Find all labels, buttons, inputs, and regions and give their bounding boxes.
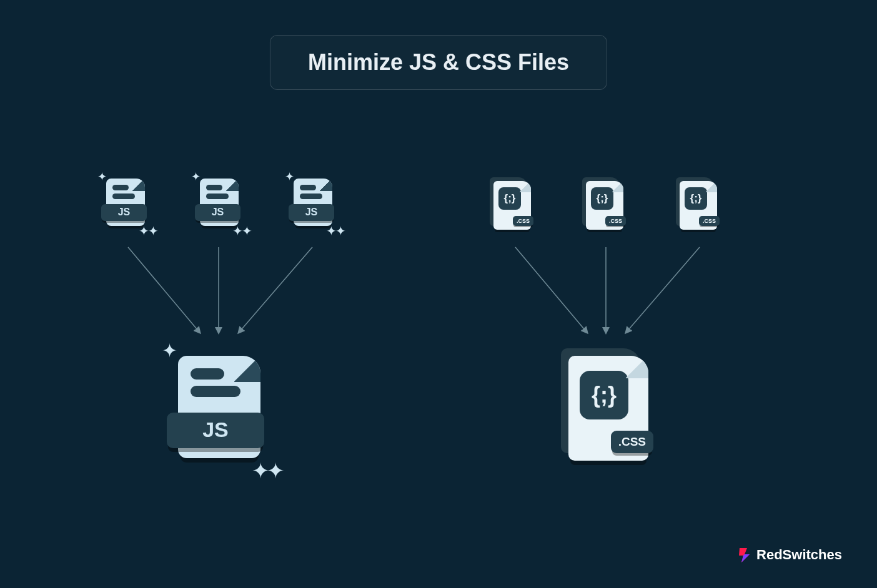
svg-line-3 — [515, 247, 587, 333]
svg-line-0 — [128, 247, 200, 333]
merge-arrows-icon — [481, 242, 743, 342]
sparkle-icon: ✦✦ — [232, 223, 251, 238]
js-file-icon: ✦ JS ✦✦ — [294, 179, 332, 226]
brand-name: RedSwitches — [756, 547, 842, 563]
sparkle-icon: ✦✦ — [139, 223, 157, 238]
brand-mark-icon — [738, 547, 751, 563]
sparkle-icon: ✦ — [97, 170, 107, 184]
css-file-label: .CSS — [513, 216, 533, 226]
svg-line-2 — [239, 247, 312, 333]
brand-logo: RedSwitches — [738, 547, 842, 563]
braces-icon: {;} — [685, 187, 707, 210]
sparkle-icon: ✦ — [162, 340, 177, 361]
sparkle-icon: ✦✦ — [326, 223, 345, 238]
js-file-label: JS — [167, 413, 264, 448]
css-file-label: .CSS — [611, 431, 653, 453]
js-file-label: JS — [195, 204, 240, 221]
svg-line-5 — [626, 247, 700, 333]
js-file-label: JS — [289, 204, 334, 221]
css-file-icon: {;} .CSS — [586, 181, 623, 230]
css-file-label: .CSS — [605, 216, 626, 226]
css-file-combined-icon: {;} .CSS — [568, 356, 648, 461]
css-file-icon: {;} .CSS — [493, 181, 531, 230]
merge-arrows-icon — [94, 242, 356, 342]
sparkle-icon: ✦ — [285, 170, 294, 184]
title-container: Minimize JS & CSS Files — [270, 35, 607, 90]
sparkle-icon: ✦✦ — [252, 458, 282, 483]
js-file-icon: ✦ JS ✦✦ — [106, 179, 145, 226]
js-file-icon: ✦ JS ✦✦ — [200, 179, 239, 226]
page-title: Minimize JS & CSS Files — [308, 49, 569, 76]
braces-icon: {;} — [580, 371, 628, 419]
sparkle-icon: ✦ — [191, 170, 201, 184]
css-file-icon: {;} .CSS — [680, 181, 717, 230]
js-file-combined-icon: ✦ JS ✦✦ — [178, 356, 260, 458]
js-file-label: JS — [101, 204, 147, 221]
css-file-label: .CSS — [699, 216, 720, 226]
braces-icon: {;} — [498, 187, 521, 210]
braces-icon: {;} — [591, 187, 613, 210]
